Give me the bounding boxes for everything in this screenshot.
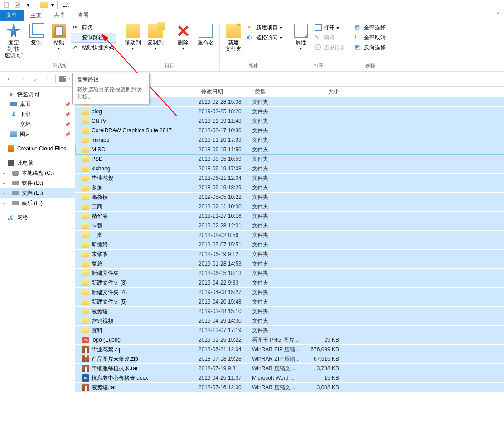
col-size[interactable]: 大小 (304, 88, 342, 96)
file-type: 文件夹 (252, 184, 304, 192)
sidebar-desktop[interactable]: 桌面📌 (0, 99, 75, 109)
move-to-button[interactable]: 移动到▾ (122, 23, 144, 52)
copy-path-button[interactable]: 复制路径 (71, 33, 116, 43)
file-row[interactable]: 夏总2019-01-28 14:53文件夹 (75, 259, 504, 269)
back-button[interactable]: ← (4, 73, 15, 84)
file-row[interactable]: 工商2019-02-11 10:00文件夹 (75, 202, 504, 212)
sidebar-network[interactable]: ▸🖧网络 (0, 212, 75, 222)
select-none-button[interactable]: ☐全部取消 (353, 33, 388, 43)
forward-button[interactable]: → (16, 73, 28, 84)
tab-home[interactable]: 主页 (24, 10, 48, 21)
select-all-button[interactable]: ▦全部选择 (353, 23, 388, 33)
tab-share[interactable]: 共享 (48, 10, 72, 21)
file-row[interactable]: CNTV2018-11-19 11:48文件夹 (75, 116, 504, 126)
file-row[interactable]: xicheng2018-06-19 17:08文件夹 (75, 164, 504, 174)
document-icon (10, 121, 17, 128)
file-row[interactable]: 三类2018-08-02 8:56文件夹 (75, 231, 504, 240)
properties-button[interactable]: 属性▾ (290, 23, 312, 52)
file-row[interactable]: 新建文件夹 (4)2019-04-08 15:27文件夹 (75, 288, 504, 297)
file-size: 29 KB (304, 337, 342, 343)
file-row[interactable]: 资料2018-12-07 17:19文件夹 (75, 326, 504, 335)
paste-button[interactable]: 粘贴▾ (48, 23, 70, 52)
file-row[interactable]: 未修改2018-06-19 9:12文件夹 (75, 250, 504, 259)
sidebar-quick-access[interactable]: ▾★快速访问 (0, 89, 75, 99)
file-row[interactable]: 新建文件夹 (5)2019-04-20 15:48文件夹 (75, 297, 504, 307)
file-row[interactable]: 新建文件夹2018-06-15 18:13文件夹 (75, 269, 504, 278)
file-row[interactable]: 毕业花絮.zip2018-06-21 12:04WinRAR ZIP 压缩...… (75, 345, 504, 354)
file-row[interactable]: W抗衰老中心价格表.docx2019-04-25 11:37Microsoft … (75, 373, 504, 383)
file-size: 15 KB (304, 375, 342, 381)
copy-to-button[interactable]: 复制到▾ (145, 23, 166, 52)
sidebar-this-pc[interactable]: ▾此电脑 (0, 158, 75, 168)
file-date: 2019-02-28 12:01 (199, 222, 252, 229)
sidebar-drive-f[interactable]: ▸娱乐 (F:) (0, 198, 75, 208)
qat-item-1[interactable] (1, 1, 11, 9)
sidebar-pictures[interactable]: 图片📌 (0, 129, 75, 139)
file-name: 参加 (92, 184, 199, 192)
file-type: 文件夹 (252, 203, 304, 211)
file-name: 新建文件夹 (92, 270, 199, 277)
file-row[interactable]: 液氮罐2019-03-28 15:10文件夹 (75, 307, 504, 316)
pin-icon: 📌 (65, 132, 70, 137)
qat-item-2[interactable] (12, 1, 22, 9)
history-button[interactable]: 🕘历史记录 (313, 43, 347, 53)
cut-button[interactable]: ✂剪切 (71, 23, 116, 33)
tab-file[interactable]: 文件 (0, 10, 24, 21)
sidebar-downloads[interactable]: ⬇下载📌 (0, 109, 75, 119)
up-button[interactable]: ↑ (42, 73, 53, 84)
sidebar-drive-e[interactable]: ▸文档 (E:) (0, 188, 75, 198)
pin-quick-access-button[interactable]: 固定到"快 速访问" (3, 23, 24, 58)
delete-button[interactable]: 删除▾ (172, 23, 194, 52)
file-row[interactable]: minapp2018-11-20 17:33文件夹 (75, 135, 504, 145)
select-invert-button[interactable]: ◩反向选择 (353, 43, 388, 53)
sidebar-drive-c[interactable]: ▸本地磁盘 (C:) (0, 168, 75, 178)
file-row[interactable]: 参加2018-06-19 18:29文件夹 (75, 183, 504, 193)
edit-button[interactable]: ✎编辑 (313, 33, 347, 43)
file-row[interactable]: CorelDRAW Graphics Suite 20172018-08-17 … (75, 126, 504, 135)
sidebar-documents[interactable]: 文档📌 (0, 119, 75, 129)
file-row[interactable]: MISC2018-06-15 11:50文件夹 (75, 145, 504, 155)
col-date[interactable]: 修改日期 (199, 88, 252, 96)
file-row[interactable]: 营销视频2019-04-29 14:30文件夹 (75, 316, 504, 326)
ribbon-collapse-icon[interactable]: ⌃ (492, 10, 504, 21)
paste-shortcut-button[interactable]: ↗粘贴快捷方式 (71, 43, 116, 53)
folder-icon (82, 146, 90, 153)
folder-icon (82, 212, 90, 220)
file-row[interactable]: 干细胞移植技术.rar2018-07-19 9:31WinRAR 压缩文...3… (75, 364, 504, 373)
qat-dropdown-2[interactable]: ▾ (50, 1, 55, 9)
file-row[interactable]: PNGlogo (1).png2019-01-25 15:22看图王 PNG 图… (75, 335, 504, 345)
file-type: 文件夹 (252, 298, 304, 306)
file-row[interactable]: 产品图片未修改.zip2018-07-18 19:28WinRAR ZIP 压缩… (75, 354, 504, 364)
open-button[interactable]: 打开 ▾ (313, 23, 347, 33)
file-date: 2018-12-07 17:19 (199, 327, 252, 333)
computer-icon (7, 159, 15, 167)
file-row[interactable]: 毕业花絮2018-06-21 12:04文件夹 (75, 174, 504, 183)
file-row[interactable]: 液氮罐.rar2018-07-16 12:00WinRAR 压缩文...3,00… (75, 383, 504, 392)
recent-dropdown[interactable]: ⌄ (29, 73, 41, 84)
file-size: 676,099 KB (304, 346, 342, 353)
file-list[interactable]: BaiduNetdiskDownload2019-02-28 15:38文件夹b… (75, 97, 504, 425)
file-row[interactable]: blog2019-02-25 18:20文件夹 (75, 107, 504, 116)
file-row[interactable]: 高教授2019-05-05 10:22文件夹 (75, 193, 504, 202)
file-size: 3,008 KB (304, 384, 342, 391)
select-all-icon: ▦ (355, 24, 362, 31)
col-type[interactable]: 类型 (252, 88, 304, 96)
easy-access-button[interactable]: ◐轻松访问 ▾ (245, 33, 284, 43)
file-row[interactable]: 精华液2018-11-27 10:16文件夹 (75, 212, 504, 221)
sidebar-creative-cloud[interactable]: ▸Creative Cloud Files (0, 144, 75, 154)
file-row[interactable]: 卡替2019-02-28 12:01文件夹 (75, 221, 504, 231)
copy-button[interactable]: 复制 (25, 23, 47, 46)
new-folder-button[interactable]: 新建 文件夹 (223, 23, 244, 52)
tab-view[interactable]: 查看 (72, 10, 95, 21)
file-type: 文件夹 (252, 127, 304, 135)
file-row[interactable]: 斯德姆2019-05-07 15:51文件夹 (75, 240, 504, 250)
file-row[interactable]: 新建文件夹 (3)2019-04-22 9:33文件夹 (75, 278, 504, 288)
file-date: 2019-01-25 15:22 (199, 337, 252, 343)
new-item-button[interactable]: ✦新建项目 ▾ (245, 23, 284, 33)
qat-dropdown[interactable]: ▾ (23, 1, 33, 9)
file-row[interactable]: PSD2018-08-15 10:59文件夹 (75, 155, 504, 164)
folder-icon (82, 279, 90, 286)
file-date: 2018-06-21 12:04 (199, 346, 252, 353)
sidebar-drive-d[interactable]: ▸软件 (D:) (0, 178, 75, 188)
rename-button[interactable]: 重命名 (195, 23, 217, 46)
